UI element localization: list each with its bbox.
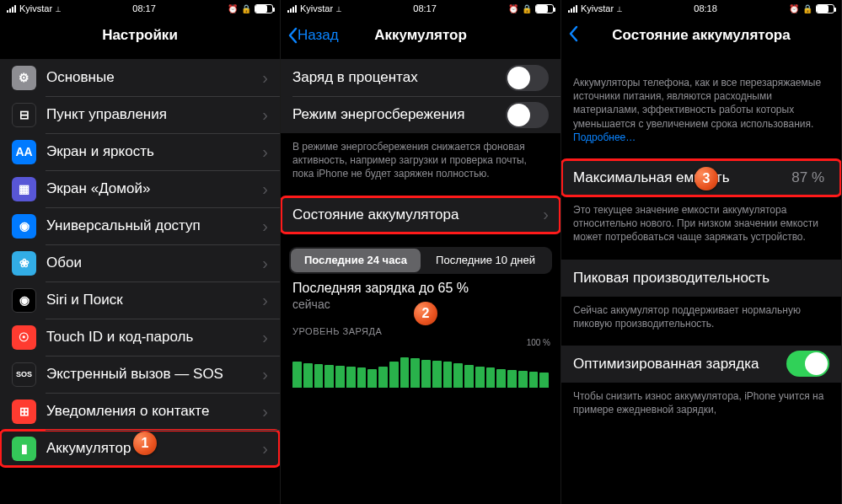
signal-icon — [7, 5, 16, 13]
battery-icon — [816, 4, 834, 13]
row-optimized-charging[interactable]: Оптимизированная зарядка — [561, 346, 841, 383]
settings-list: ⚙︎Основные›⊟Пункт управления›AAЭкран и я… — [0, 59, 280, 467]
row-label: Максимальная емкость — [573, 169, 791, 186]
row-icon: ❀ — [12, 251, 36, 276]
toggle-percent[interactable] — [506, 65, 549, 91]
carrier-label: Kyivstar — [300, 3, 333, 13]
row-low-power[interactable]: Режим энергосбережения — [281, 96, 560, 133]
callout-badge-1: 1 — [133, 432, 157, 455]
lock-icon: 🔒 — [802, 4, 813, 13]
segmented-control[interactable]: Последние 24 часа Последние 10 дней — [289, 247, 552, 274]
chevron-right-icon: › — [262, 105, 268, 125]
row-peak-perf[interactable]: Пиковая производительность — [561, 260, 841, 297]
chevron-right-icon: › — [262, 68, 268, 88]
settings-row-экран-и-яркость[interactable]: AAЭкран и яркость› — [0, 133, 280, 170]
settings-row-touch-id-и-код-пароль[interactable]: ☉Touch ID и код-пароль› — [0, 319, 280, 356]
row-label: Уведомления о контакте — [46, 403, 262, 420]
screen-settings: Kyivstar ⟂ 08:17 ⏰ 🔒 Настройки ⚙︎Основны… — [0, 0, 281, 504]
capacity-value: 87 % — [791, 169, 824, 186]
intro-note: Аккумуляторы телефона, как и все перезар… — [561, 69, 841, 144]
settings-row-универсальный-доступ[interactable]: ◉Универсальный доступ› — [0, 207, 280, 244]
callout-badge-2: 2 — [414, 302, 437, 325]
row-icon: ☉ — [12, 325, 36, 350]
row-label: Пункт управления — [46, 106, 262, 123]
chevron-right-icon: › — [262, 180, 268, 199]
row-icon: ◉ — [12, 288, 36, 313]
row-battery-percent[interactable]: Заряд в процентах — [281, 59, 560, 96]
toggle-optimized[interactable] — [786, 351, 829, 377]
chart-title: Последняя зарядка до 65 % — [292, 281, 549, 296]
settings-row-обои[interactable]: ❀Обои› — [0, 244, 280, 281]
row-icon: ⊟ — [12, 103, 36, 127]
peak-note: Сейчас аккумулятор поддерживает нормальн… — [561, 297, 841, 330]
chevron-right-icon: › — [543, 205, 549, 224]
battery-icon — [535, 4, 554, 13]
chart-bars — [292, 341, 549, 388]
chevron-right-icon: › — [262, 291, 268, 310]
toggle-low-power[interactable] — [506, 102, 549, 128]
alarm-icon: ⏰ — [789, 4, 799, 13]
chevron-right-icon: › — [262, 142, 268, 162]
nav-bar: Состояние аккумулятора — [561, 17, 841, 54]
row-label: Экран «Домой» — [46, 180, 262, 197]
status-bar: Kyivstar ⟂ 08:17 ⏰ 🔒 — [281, 0, 560, 17]
seg-10d[interactable]: Последние 10 дней — [421, 249, 550, 272]
row-label: Touch ID и код-пароль — [46, 329, 262, 346]
battery-icon — [255, 4, 273, 13]
seg-24h[interactable]: Последние 24 часа — [291, 249, 421, 272]
status-bar: Kyivstar ⟂ 08:17 ⏰ 🔒 — [0, 0, 280, 17]
page-title: Аккумулятор — [374, 27, 467, 44]
chevron-right-icon: › — [262, 328, 268, 347]
capacity-note: Это текущее значение емкости аккумулятор… — [561, 196, 841, 244]
row-label: Экран и яркость — [46, 143, 262, 160]
row-label: Пиковая производительность — [573, 270, 829, 287]
nav-bar: Настройки — [0, 17, 280, 54]
row-label: Оптимизированная зарядка — [573, 356, 786, 373]
signal-icon — [568, 5, 577, 13]
row-label: Siri и Поиск — [46, 292, 262, 308]
settings-row-уведомления-о-контакте[interactable]: ⊞Уведомления о контакте› — [0, 393, 280, 430]
settings-row-экстренный-вызов-sos[interactable]: SOSЭкстренный вызов — SOS› — [0, 356, 280, 393]
row-icon: ▦ — [12, 177, 36, 201]
settings-row-siri-и-поиск[interactable]: ◉Siri и Поиск› — [0, 281, 280, 319]
row-icon: ▮ — [12, 437, 36, 461]
settings-row-основные[interactable]: ⚙︎Основные› — [0, 59, 280, 96]
back-label: Назад — [298, 27, 339, 44]
chevron-right-icon: › — [262, 402, 268, 421]
row-icon: ◉ — [12, 214, 36, 239]
chevron-right-icon: › — [262, 365, 268, 384]
row-icon: SOS — [12, 362, 36, 387]
row-icon: ⊞ — [12, 399, 36, 424]
signal-icon — [287, 5, 297, 13]
settings-row-экран-домой-[interactable]: ▦Экран «Домой»› — [0, 170, 280, 207]
row-label: Универсальный доступ — [46, 217, 262, 234]
back-button[interactable] — [568, 25, 578, 46]
row-label: Основные — [46, 69, 262, 86]
row-label: Заряд в процентах — [292, 69, 506, 86]
carrier-label: Kyivstar — [19, 3, 52, 13]
status-time: 08:17 — [132, 3, 156, 13]
wifi-icon: ⟂ — [617, 4, 622, 13]
chevron-left-icon — [287, 27, 298, 44]
lock-icon: 🔒 — [241, 4, 251, 13]
status-bar: Kyivstar ⟂ 08:18 ⏰ 🔒 — [561, 0, 841, 17]
row-battery-health[interactable]: Состояние аккумулятора › — [281, 196, 560, 233]
settings-row-пункт-управления[interactable]: ⊟Пункт управления› — [0, 96, 280, 133]
row-icon: ⚙︎ — [12, 66, 36, 90]
page-title: Состояние аккумулятора — [612, 27, 790, 44]
row-label: Обои — [46, 255, 262, 271]
row-label: Состояние аккумулятора — [292, 206, 543, 223]
chart-block: Последняя зарядка до 65 % сейчас УРОВЕНЬ… — [281, 281, 560, 388]
screen-battery: Kyivstar ⟂ 08:17 ⏰ 🔒 Назад Аккумулятор З… — [281, 0, 561, 504]
back-button[interactable]: Назад — [287, 27, 339, 44]
callout-badge-3: 3 — [695, 167, 718, 190]
footer-note: В режиме энергосбережения снижается фоно… — [281, 133, 560, 181]
learn-more-link[interactable]: Подробнее… — [573, 131, 636, 143]
chevron-right-icon: › — [262, 217, 268, 236]
chevron-left-icon — [568, 25, 578, 42]
row-label: Экстренный вызов — SOS — [46, 366, 262, 383]
chart-caption: УРОВЕНЬ ЗАРЯДА — [292, 326, 549, 336]
status-time: 08:18 — [694, 3, 717, 13]
carrier-label: Kyivstar — [581, 3, 614, 13]
alarm-icon: ⏰ — [228, 4, 238, 13]
